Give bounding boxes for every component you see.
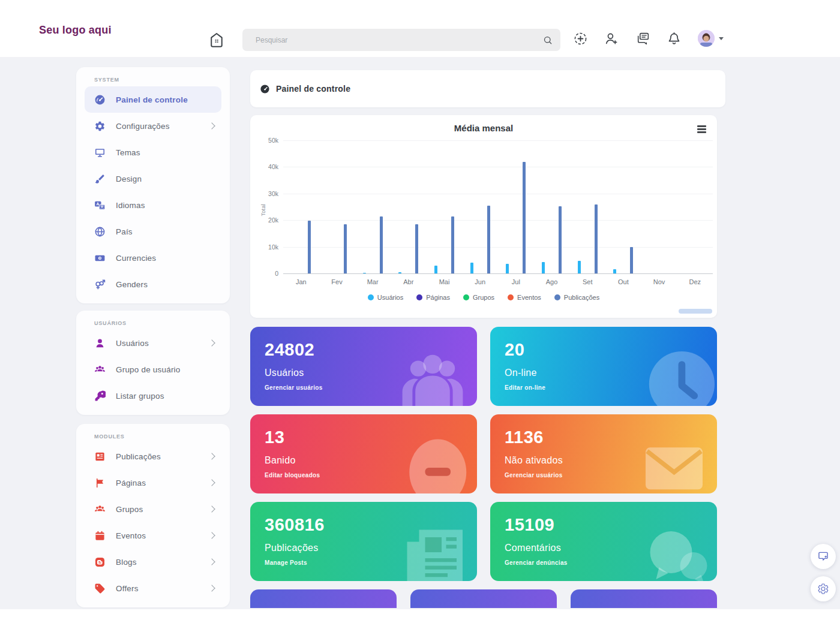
section-title: USUÁRIOS [85,318,221,330]
stat-sublabel: Editar bloqueados [265,472,320,478]
stat-card-banido[interactable]: 13 Banido Editar bloqueados [250,414,477,493]
sidebar-item-publicacoes[interactable]: Publicações [85,443,221,470]
partial-stat-card[interactable] [250,589,397,608]
sidebar-item-pais[interactable]: País [85,218,221,245]
sidebar-item-label: País [116,227,214,236]
bar-usuários[interactable] [434,266,437,273]
globe-icon [94,226,106,237]
blog-icon [94,556,106,568]
x-tick-label: Mar [355,278,391,285]
gridline [283,247,713,248]
y-axis-label: Total [260,204,266,216]
x-tick-label: Nov [641,278,677,285]
partial-stat-card[interactable] [571,589,717,608]
monitor-icon [94,147,106,158]
chart-menu-icon[interactable] [697,125,706,134]
legend-item-páginas[interactable]: Páginas [416,294,450,301]
search-bar [242,29,560,51]
sidebar-item-listar-grupos[interactable]: Listar grupos [85,383,221,409]
stat-sublabel: Gerenciar denúncias [505,559,568,566]
sidebar-item-label: Eventos [116,531,209,540]
y-tick-label: 10k [268,243,278,251]
chevron-down-icon [719,37,724,40]
bar-usuários[interactable] [470,263,473,273]
sidebar-item-blogs[interactable]: Blogs [85,549,221,575]
app-logo[interactable]: Seu logo aqui [39,24,112,37]
bar-usuários[interactable] [506,264,509,273]
topbar: Seu logo aqui [0,0,840,57]
bar-publicações[interactable] [559,206,562,273]
bar-usuários[interactable] [578,261,581,273]
stat-value: 20 [505,340,524,360]
messages-icon[interactable] [635,31,650,46]
legend-label: Grupos [473,294,494,301]
bar-publicações[interactable] [487,206,490,273]
bar-publicações[interactable] [344,224,347,273]
sidebar-item-idiomas[interactable]: Idiomas [85,192,221,218]
bar-publicações[interactable] [523,162,526,273]
legend-dot [554,294,560,300]
x-tick-label: Out [605,278,641,285]
bar-publicações[interactable] [630,247,633,273]
sidebar-item-grupos[interactable]: Grupos [85,496,221,522]
stat-card-usuarios[interactable]: 24802 Usuários Gerenciar usuários [250,327,477,406]
legend-item-grupos[interactable]: Grupos [463,294,494,301]
legend-item-usuários[interactable]: Usuários [368,294,403,301]
stat-label: Não ativados [505,455,563,466]
avatar[interactable] [698,30,715,47]
add-user-icon[interactable] [604,31,619,46]
bar-publicações[interactable] [595,204,598,273]
notifications-icon[interactable] [667,31,682,46]
stat-sublabel: Gerenciar usuários [265,384,323,391]
home-icon[interactable] [208,31,226,49]
bar-publicações[interactable] [451,216,454,273]
sidebar-item-temas[interactable]: Temas [85,139,221,165]
sidebar-item-painel-de-controle[interactable]: Painel de controle [85,86,221,113]
chevron-right-icon [208,585,215,591]
x-axis-labels: JanFevMarAbrMaiJunJulAgoSetOutNovDez [283,278,713,285]
search-input[interactable] [242,36,542,44]
legend-item-eventos[interactable]: Eventos [508,294,541,301]
user-menu[interactable] [698,30,724,47]
chevron-right-icon [208,505,215,512]
stat-card-publicacoes[interactable]: 360816 Publicações Manage Posts [250,502,477,581]
sidebar-item-grupo-de-usuario[interactable]: Grupo de usuário [85,356,221,383]
sidebar-item-genders[interactable]: Genders [85,271,221,297]
page-title: Painel de controle [276,84,350,94]
flag-icon [94,477,106,489]
stat-card-nao-ativados[interactable]: 1136 Não ativados Gerenciar usuários [490,414,717,493]
y-tick-label: 20k [268,216,278,224]
sidebar-item-configuracoes[interactable]: Configurações [85,113,221,139]
breadcrumb: Painel de controle [250,70,725,107]
speedometer-icon [94,94,106,106]
gridline [283,220,713,221]
bar-usuários[interactable] [542,262,545,273]
bar-usuários[interactable] [363,273,366,273]
legend-item-publicações[interactable]: Publicações [554,294,599,301]
add-new-icon[interactable] [573,31,588,46]
partial-stat-card[interactable] [410,589,557,608]
settings-button[interactable] [811,576,836,601]
gridline [283,194,713,194]
sidebar-item-label: Offers [116,584,209,593]
sidebar-item-usuarios[interactable]: Usuários [85,330,221,356]
tag-icon [94,583,106,594]
sidebar-item-design[interactable]: Design [85,165,221,192]
stat-card-comentarios[interactable]: 15109 Comentários Gerenciar denúncias [490,502,717,581]
bar-publicações[interactable] [308,221,311,273]
bar-publicações[interactable] [415,224,418,273]
bar-publicações[interactable] [380,216,383,273]
stat-value: 15109 [505,515,554,535]
stat-card-online[interactable]: 20 On-line Editar on-line [490,327,717,406]
sidebar-item-offers[interactable]: Offers [85,575,221,601]
sidebar-item-eventos[interactable]: Eventos [85,522,221,549]
sidebar-item-currencies[interactable]: Currencies [85,245,221,271]
chart-scrollbar[interactable] [679,309,712,314]
bar-usuários[interactable] [398,272,401,273]
feedback-button[interactable] [811,544,836,569]
search-icon[interactable] [542,35,553,46]
x-tick-label: Ago [534,278,570,285]
x-tick-label: Fev [319,278,355,285]
sidebar-item-paginas[interactable]: Páginas [85,470,221,496]
bar-usuários[interactable] [613,269,616,273]
